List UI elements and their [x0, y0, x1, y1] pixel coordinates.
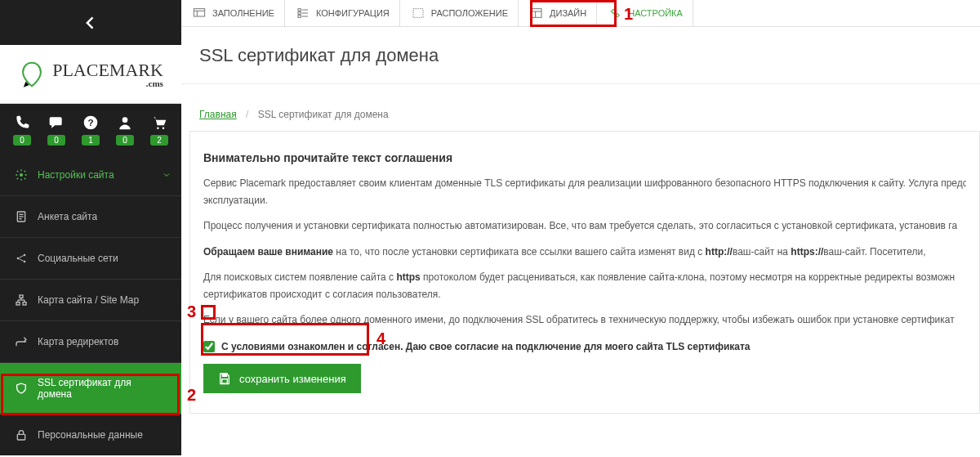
redirect-icon: [15, 335, 28, 348]
svg-point-11: [17, 258, 20, 260]
sidebar-item-redirects[interactable]: Карта редиректов: [0, 320, 181, 362]
badge: 0: [13, 135, 31, 146]
quick-chat[interactable]: 0: [47, 114, 65, 146]
list-icon: [295, 7, 311, 20]
badge: 0: [116, 135, 134, 146]
sidebar-item-label: Анкета сайта: [38, 211, 97, 222]
breadcrumb-sep: /: [246, 109, 248, 120]
quick-help[interactable]: ? 1: [82, 114, 100, 146]
sidebar-item-personal-data[interactable]: Персональные данные: [0, 414, 181, 455]
svg-rect-39: [222, 374, 226, 376]
tab-label: ДИЗАЙН: [550, 8, 586, 18]
svg-rect-40: [222, 379, 228, 383]
annotation-num-1: 1: [624, 5, 633, 24]
sidebar-item-label: Настройки сайта: [38, 169, 114, 181]
svg-rect-34: [532, 9, 541, 18]
badge: 1: [82, 135, 100, 146]
quick-user[interactable]: 0: [116, 114, 134, 146]
placemark-logo-icon: [18, 60, 46, 88]
tab-fill[interactable]: ЗАПОЛНЕНИЕ: [181, 0, 285, 26]
sidebar-item-sitemap[interactable]: Карта сайта / Site Map: [0, 279, 181, 320]
consent-label[interactable]: С условиями ознакомлен и согласен. Даю с…: [221, 341, 751, 352]
svg-rect-23: [17, 434, 24, 440]
annotation-num-2: 2: [187, 386, 196, 405]
consent-checkbox[interactable]: [203, 341, 215, 352]
page-title: SSL сертификат для домена: [199, 45, 439, 66]
quick-cart[interactable]: 2: [150, 114, 168, 146]
content-p4: Для поисковых систем появление сайта с h…: [203, 270, 966, 285]
svg-rect-16: [20, 295, 23, 298]
phone-icon: [14, 114, 30, 131]
svg-point-13: [24, 261, 26, 263]
badge: 2: [150, 135, 168, 146]
shield-icon: [15, 382, 28, 395]
svg-rect-27: [298, 9, 301, 11]
logo[interactable]: placemark .cms: [18, 60, 163, 88]
svg-point-12: [24, 254, 26, 257]
tab-design[interactable]: ДИЗАЙН: [519, 0, 597, 26]
content-p4c: сертификатов происходит с согласия польз…: [203, 287, 966, 302]
content-p5: Если у вашего сайта более одного доменно…: [203, 312, 966, 328]
sidebar-item-site-profile[interactable]: Анкета сайта: [0, 195, 181, 237]
svg-point-3: [122, 117, 128, 123]
svg-point-6: [20, 173, 23, 177]
back-button[interactable]: [78, 10, 104, 36]
share-icon: [15, 252, 28, 265]
sidebar-item-ssl[interactable]: SSL сертификат для домена: [0, 362, 181, 414]
sidebar-item-label: Карта редиректов: [38, 336, 118, 347]
save-button[interactable]: сохранить изменения: [203, 364, 361, 393]
form-icon: [15, 210, 28, 223]
svg-point-5: [163, 127, 165, 129]
svg-point-4: [157, 127, 159, 129]
sidebar-item-label: Персональные данные: [38, 429, 143, 441]
sitemap-icon: [15, 293, 28, 307]
save-button-label: сохранить изменения: [239, 373, 346, 385]
chevron-down-icon: [162, 170, 172, 180]
consent-row: С условиями ознакомлен и согласен. Даю с…: [203, 341, 966, 352]
badge: 0: [47, 135, 65, 146]
tab-label: ЗАПОЛНЕНИЕ: [212, 8, 274, 18]
gear-icon: [15, 168, 28, 181]
svg-rect-29: [298, 16, 301, 18]
content-heading: Внимательно прочитайте текст соглашения: [203, 151, 966, 164]
lock-icon: [15, 428, 28, 441]
sidebar-item-label: Социальные сети: [38, 253, 118, 264]
tab-label: НАСТРОЙКА: [628, 8, 683, 18]
content-p2: Процесс получения и установки сертификат…: [203, 218, 966, 234]
sidebar-header: [0, 0, 181, 45]
breadcrumb-current: SSL сертификат для домена: [258, 109, 389, 120]
content-p3: Обращаем ваше внимание на то, что после …: [203, 244, 966, 260]
svg-line-14: [19, 256, 23, 258]
sidebar-item-social[interactable]: Социальные сети: [0, 237, 181, 279]
page-title-bar: SSL сертификат для домена: [181, 27, 980, 84]
user-icon: [117, 114, 133, 131]
content-p3-bold: Обращаем ваше внимание: [203, 246, 333, 258]
tab-label: КОНФИГУРАЦИЯ: [316, 8, 390, 18]
top-tabs: ЗАПОЛНЕНИЕ КОНФИГУРАЦИЯ РАСПОЛОЖЕНИЕ ДИЗ…: [181, 0, 980, 27]
annotation-num-3: 3: [187, 302, 196, 321]
tab-config[interactable]: КОНФИГУРАЦИЯ: [285, 0, 400, 26]
content-p1b: эксплуатации.: [203, 193, 966, 208]
gears-icon: [607, 7, 623, 20]
help-icon: ?: [82, 114, 99, 131]
content-panel: Внимательно прочитайте текст соглашения …: [189, 131, 980, 414]
logo-panel: placemark .cms: [0, 45, 181, 104]
svg-point-37: [612, 10, 615, 13]
svg-rect-28: [298, 12, 301, 15]
svg-rect-24: [194, 9, 204, 16]
selection-icon: [410, 7, 426, 20]
tab-position[interactable]: РАСПОЛОЖЕНИЕ: [400, 0, 519, 26]
svg-rect-33: [413, 9, 423, 18]
sidebar-item-label: Карта сайта / Site Map: [38, 294, 139, 306]
svg-text:?: ?: [87, 117, 93, 128]
cart-icon: [151, 114, 167, 131]
svg-line-15: [19, 259, 23, 262]
breadcrumb-home[interactable]: Главная: [199, 109, 237, 120]
sidebar-item-label: SSL сертификат для домена: [38, 377, 167, 400]
svg-point-38: [617, 14, 619, 16]
design-icon: [528, 7, 545, 20]
tab-settings[interactable]: НАСТРОЙКА: [597, 0, 693, 26]
content-p1a: Сервис Placemark предоставляет своим кли…: [203, 176, 966, 191]
sidebar-item-site-settings[interactable]: Настройки сайта: [0, 155, 181, 195]
quick-phone[interactable]: 0: [13, 114, 31, 146]
